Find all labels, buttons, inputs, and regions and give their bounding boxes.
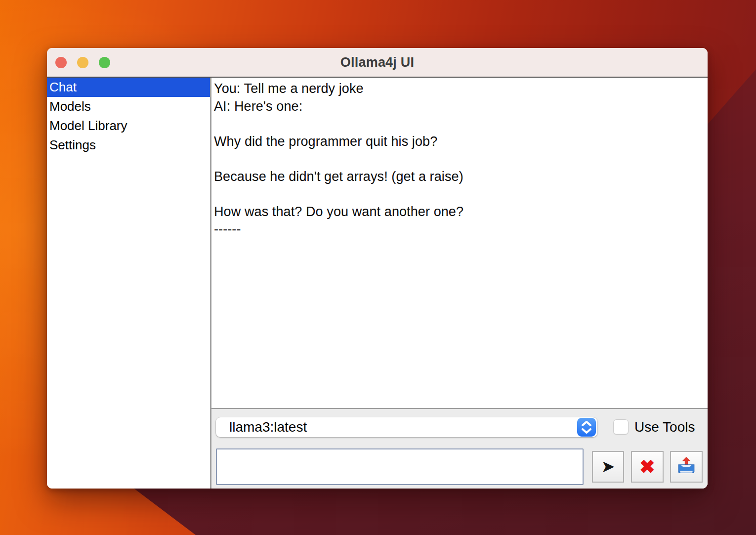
window-content: Chat Models Model Library Settings You: … bbox=[47, 78, 708, 489]
send-icon: ➤ bbox=[601, 458, 615, 475]
sidebar-item-settings[interactable]: Settings bbox=[47, 135, 210, 155]
sidebar-item-models[interactable]: Models bbox=[47, 97, 210, 116]
model-selector-dropdown[interactable]: llama3:latest bbox=[216, 417, 597, 437]
upload-outbox-icon bbox=[677, 456, 696, 477]
sidebar-nav: Chat Models Model Library Settings bbox=[47, 78, 211, 489]
dropdown-stepper-icon bbox=[577, 418, 596, 437]
chat-transcript[interactable]: You: Tell me a nerdy joke AI: Here's one… bbox=[211, 78, 708, 409]
close-window-icon[interactable] bbox=[55, 57, 67, 68]
window-title: Ollama4j UI bbox=[340, 55, 414, 70]
use-tools-control: Use Tools bbox=[613, 419, 695, 435]
titlebar[interactable]: Ollama4j UI bbox=[47, 48, 708, 78]
sidebar-item-chat[interactable]: Chat bbox=[47, 78, 210, 97]
sidebar-item-model-library[interactable]: Model Library bbox=[47, 116, 210, 135]
chat-pane: You: Tell me a nerdy joke AI: Here's one… bbox=[211, 78, 708, 489]
minimize-window-icon[interactable] bbox=[77, 57, 88, 68]
use-tools-label: Use Tools bbox=[634, 419, 695, 435]
composer-panel: llama3:latest Use Tools ➤ bbox=[211, 409, 708, 489]
model-selector-value: llama3:latest bbox=[216, 419, 307, 435]
window-controls bbox=[55, 57, 110, 68]
message-input[interactable] bbox=[216, 448, 584, 485]
send-button[interactable]: ➤ bbox=[592, 451, 624, 483]
clear-x-icon: ✖ bbox=[639, 457, 655, 476]
use-tools-checkbox[interactable] bbox=[613, 419, 629, 435]
upload-button[interactable] bbox=[670, 451, 703, 483]
zoom-window-icon[interactable] bbox=[99, 57, 110, 68]
ollama4j-window: Ollama4j UI Chat Models Model Library Se… bbox=[47, 48, 708, 489]
clear-button[interactable]: ✖ bbox=[631, 451, 664, 483]
